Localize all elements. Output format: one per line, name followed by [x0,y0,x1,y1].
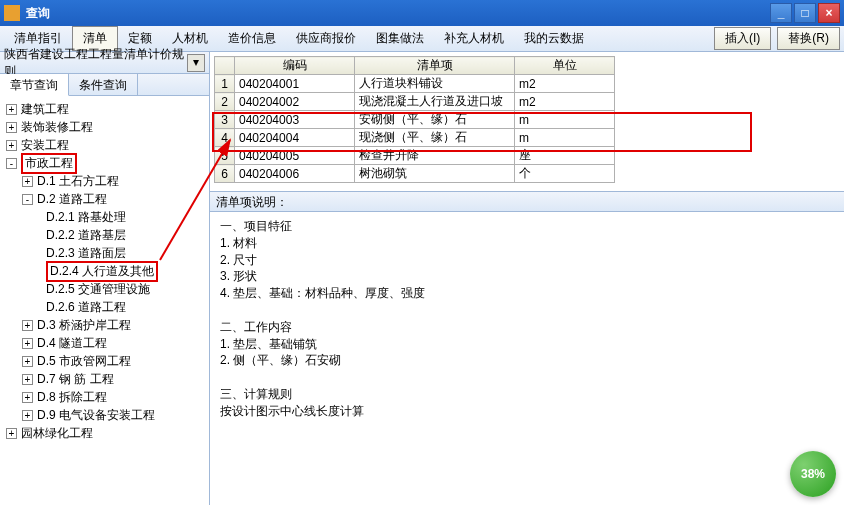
window-title: 查询 [26,5,770,22]
table-row[interactable]: 5040204005检查井升降座 [215,147,615,165]
menu-cloud[interactable]: 我的云数据 [514,27,594,50]
description-header: 清单项说明： [210,192,844,212]
expand-icon[interactable]: + [22,374,33,385]
table-row[interactable]: 3040204003安砌侧（平、缘）石m [215,111,615,129]
items-table[interactable]: 编码 清单项 单位 1040204001人行道块料铺设m2 2040204002… [214,56,615,183]
collapse-icon[interactable]: - [6,158,17,169]
tree-node[interactable]: +建筑工程 [2,100,207,118]
expand-icon[interactable]: + [22,320,33,331]
tree-node-municipal[interactable]: -市政工程 [2,154,207,172]
category-tree[interactable]: +建筑工程 +装饰装修工程 +安装工程 -市政工程 +D.1 土石方工程 -D.… [0,96,209,505]
app-icon [4,5,20,21]
replace-button[interactable]: 替换(R) [777,27,840,50]
tree-node[interactable]: D.2.1 路基处理 [2,208,207,226]
tree-node[interactable]: +D.9 电气设备安装工程 [2,406,207,424]
minimize-button[interactable]: _ [770,3,792,23]
tab-chapter-query[interactable]: 章节查询 [0,74,69,96]
insert-button[interactable]: 插入(I) [714,27,771,50]
tree-node[interactable]: D.2.3 道路面层 [2,244,207,262]
tree-node[interactable]: +D.1 土石方工程 [2,172,207,190]
tree-node[interactable]: -D.2 道路工程 [2,190,207,208]
description-body: 一、项目特征 1. 材料 2. 尺寸 3. 形状 4. 垫层、基础：材料品种、厚… [210,212,844,505]
menu-supplier[interactable]: 供应商报价 [286,27,366,50]
tree-node[interactable]: +D.5 市政管网工程 [2,352,207,370]
tree-node[interactable]: +D.7 钢 筋 工程 [2,370,207,388]
tree-node[interactable]: +安装工程 [2,136,207,154]
table-row[interactable]: 4040204004现浇侧（平、缘）石m [215,129,615,147]
tree-node[interactable]: +D.8 拆除工程 [2,388,207,406]
collapse-icon[interactable]: - [22,194,33,205]
expand-icon[interactable]: + [6,428,17,439]
table-row[interactable]: 1040204001人行道块料铺设m2 [215,75,615,93]
expand-icon[interactable]: + [22,392,33,403]
rule-dropdown[interactable]: ▾ [187,54,205,72]
tree-node[interactable]: +园林绿化工程 [2,424,207,442]
menu-atlas[interactable]: 图集做法 [366,27,434,50]
expand-icon[interactable]: + [22,338,33,349]
expand-icon[interactable]: + [6,104,17,115]
tree-node[interactable]: +装饰装修工程 [2,118,207,136]
table-row[interactable]: 2040204002现浇混凝土人行道及进口坡m2 [215,93,615,111]
menu-supplement[interactable]: 补充人材机 [434,27,514,50]
col-code[interactable]: 编码 [235,57,355,75]
maximize-button[interactable]: □ [794,3,816,23]
tree-node[interactable]: D.2.6 道路工程 [2,298,207,316]
tree-node-pedestrian[interactable]: D.2.4 人行道及其他 [2,262,207,280]
tree-node[interactable]: D.2.2 道路基层 [2,226,207,244]
tree-node[interactable]: +D.3 桥涵护岸工程 [2,316,207,334]
close-button[interactable]: × [818,3,840,23]
table-row[interactable]: 6040204006树池砌筑个 [215,165,615,183]
menu-cost-info[interactable]: 造价信息 [218,27,286,50]
col-unit[interactable]: 单位 [515,57,615,75]
expand-icon[interactable]: + [22,356,33,367]
expand-icon[interactable]: + [22,176,33,187]
tree-node[interactable]: D.2.5 交通管理设施 [2,280,207,298]
tree-node[interactable]: +D.4 隧道工程 [2,334,207,352]
progress-badge[interactable]: 38% [790,451,836,497]
col-item[interactable]: 清单项 [355,57,515,75]
expand-icon[interactable]: + [6,140,17,151]
tab-condition-query[interactable]: 条件查询 [69,74,138,95]
expand-icon[interactable]: + [22,410,33,421]
expand-icon[interactable]: + [6,122,17,133]
